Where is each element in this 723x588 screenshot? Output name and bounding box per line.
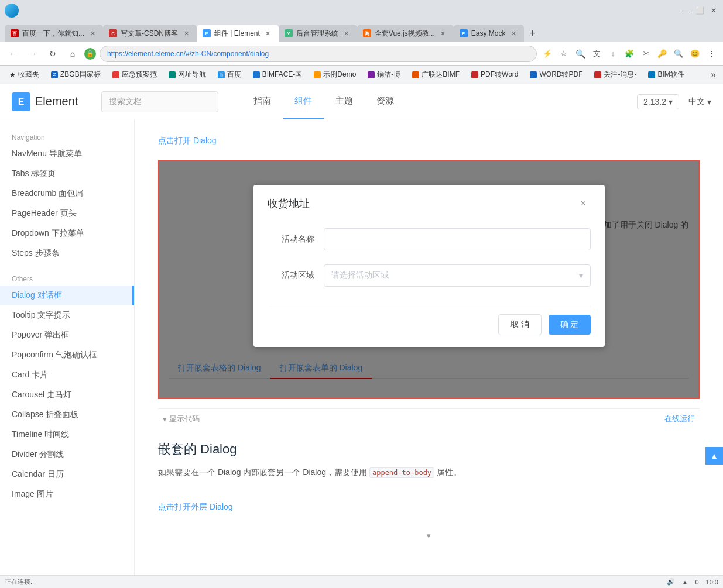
sidebar-item-divider[interactable]: Divider 分割线 xyxy=(0,445,134,465)
zoom-icon[interactable]: 🔍 xyxy=(671,47,686,61)
minimize-button[interactable]: — xyxy=(681,6,690,15)
bookmark-favorites[interactable]: ★ 收藏夹 xyxy=(5,68,44,81)
restore-button[interactable]: ⬜ xyxy=(695,6,704,15)
header-nav: 指南 组件 主题 资源 xyxy=(242,84,406,119)
bookmark-demo[interactable]: 示例Demo xyxy=(309,68,361,81)
tab-favicon-easymock: E xyxy=(460,29,468,37)
scroll-to-top-button[interactable]: ▲ xyxy=(705,447,723,465)
sidebar-item-breadcrumb[interactable]: Breadcrumb 面包屑 xyxy=(0,184,134,204)
open-outer-dialog-button[interactable]: 点击打开外层 Dialog xyxy=(158,497,233,517)
menu-icon[interactable]: ⋮ xyxy=(704,47,718,61)
star-icon[interactable]: ☆ xyxy=(557,47,571,61)
sidebar-item-tooltip[interactable]: Tooltip 文字提示 xyxy=(0,305,134,325)
emoji-icon[interactable]: 😊 xyxy=(688,47,702,61)
cancel-button[interactable]: 取 消 xyxy=(498,314,542,335)
close-button[interactable]: ✕ xyxy=(709,6,718,15)
bookmark-pdf[interactable]: PDF转Word xyxy=(467,68,523,81)
sidebar-item-popover[interactable]: Popover 弹出框 xyxy=(0,325,134,345)
show-code-arrow-bottom: ▾ xyxy=(427,531,431,540)
search-box[interactable]: 搜索文档 xyxy=(101,91,218,112)
sidebar: Navigation NavMenu 导航菜单 Tabs 标签页 Breadcr… xyxy=(0,119,135,575)
nav-theme[interactable]: 主题 xyxy=(324,84,365,119)
forward-button[interactable]: → xyxy=(25,46,41,62)
form-input-name[interactable] xyxy=(324,228,591,250)
open-dialog-section: 点击打开 Dialog xyxy=(158,131,700,151)
nav-resources[interactable]: 资源 xyxy=(365,84,406,119)
bookmark-jiejie[interactable]: 鋿洁-博 xyxy=(363,68,405,81)
bookmark-guanglianda[interactable]: 广联达BIMF xyxy=(407,68,464,81)
sidebar-item-popconfirm[interactable]: Popconfirm 气泡确认框 xyxy=(0,345,134,365)
sidebar-item-pageheader[interactable]: PageHeader 页头 xyxy=(0,204,134,223)
modal-close-button[interactable]: × xyxy=(577,197,591,211)
sidebar-item-image[interactable]: Image 图片 xyxy=(0,484,134,504)
tab-baidu[interactable]: 百 百度一下，你就知... ✕ xyxy=(5,25,103,42)
sidebar-item-tabs[interactable]: Tabs 标签页 xyxy=(0,164,134,184)
site-header: E Element 搜索文档 指南 组件 主题 资源 2.13.2 ▾ xyxy=(0,84,723,119)
puzzle-icon[interactable]: 🧩 xyxy=(622,47,636,61)
address-input[interactable] xyxy=(100,46,537,62)
back-button[interactable]: ← xyxy=(5,46,21,62)
translate-icon[interactable]: 文 xyxy=(590,47,604,61)
tab-close-csdn[interactable]: ✕ xyxy=(181,29,191,38)
bookmarks-more-button[interactable]: » xyxy=(708,68,718,81)
lang-arrow: ▾ xyxy=(707,97,711,106)
sidebar-item-collapse[interactable]: Collapse 折叠面板 xyxy=(0,405,134,425)
sidebar-item-navmenu[interactable]: NavMenu 导航菜单 xyxy=(0,144,134,164)
bookmark-wangzhi[interactable]: 网址导航 xyxy=(164,68,211,81)
download-icon[interactable]: ↓ xyxy=(606,47,620,61)
lightning-icon[interactable]: ⚡ xyxy=(540,47,554,61)
scissors-icon[interactable]: ✂ xyxy=(639,47,653,61)
sidebar-item-dialog[interactable]: Dialog 对话框 xyxy=(0,286,134,305)
confirm-button[interactable]: 确 定 xyxy=(549,315,591,335)
tab-close-baidu[interactable]: ✕ xyxy=(88,29,97,38)
tab-close-easymock[interactable]: ✕ xyxy=(509,29,518,38)
bookmark-word[interactable]: WORD转PDF xyxy=(525,68,587,81)
bookmarks-bar: ★ 收藏夹 Z ZBGB国家标 应急预案范 网址导航 百 百度 BIMFACE-… xyxy=(0,66,723,84)
sidebar-item-steps[interactable]: Steps 步骤条 xyxy=(0,243,134,263)
site-logo[interactable]: E Element xyxy=(12,92,78,111)
bookmark-label-jiejie: 鋿洁-博 xyxy=(377,70,400,80)
tab-element[interactable]: E 组件 | Element ✕ xyxy=(197,25,279,42)
nested-dialog-desc: 如果需要在一个 Dialog 内部嵌套另一个 Dialog，需要使用 appen… xyxy=(158,465,700,480)
tab-admin[interactable]: Y 后台管理系统 ✕ xyxy=(279,25,357,42)
bookmark-favicon-zbgb: Z xyxy=(51,71,58,78)
key-icon[interactable]: 🔑 xyxy=(655,47,669,61)
open-outer-dialog-section: 点击打开外层 Dialog xyxy=(158,497,700,517)
sidebar-item-carousel[interactable]: Carousel 走马灯 xyxy=(0,385,134,405)
reload-button[interactable]: ↻ xyxy=(44,46,61,62)
home-button[interactable]: ⌂ xyxy=(64,46,81,62)
nested-dialog-section: 嵌套的 Dialog 如果需要在一个 Dialog 内部嵌套另一个 Dialog… xyxy=(158,441,700,480)
bookmark-zbgb[interactable]: Z ZBGB国家标 xyxy=(46,68,105,81)
nav-components[interactable]: 组件 xyxy=(283,84,324,119)
bookmark-bim[interactable]: BIM软件 xyxy=(643,68,688,81)
search-icon[interactable]: 🔍 xyxy=(573,47,587,61)
tab-close-element[interactable]: ✕ xyxy=(263,29,273,38)
address-bar: ← → ↻ ⌂ 🔒 ⚡ ☆ 🔍 文 ↓ 🧩 ✂ 🔑 🔍 😊 ⋮ xyxy=(0,42,723,66)
open-dialog-button[interactable]: 点击打开 Dialog xyxy=(158,131,217,151)
show-code-bar-bottom[interactable]: ▾ xyxy=(158,527,700,545)
tab-csdn[interactable]: C 写文章-CSDN博客 ✕ xyxy=(103,25,197,42)
show-code-bar[interactable]: ▾ 显示代码 在线运行 xyxy=(158,408,700,429)
sidebar-item-calendar[interactable]: Calendar 日历 xyxy=(0,465,134,484)
new-tab-button[interactable]: + xyxy=(524,25,540,42)
version-selector[interactable]: 2.13.2 ▾ xyxy=(637,94,679,109)
tab-close-vuejs[interactable]: ✕ xyxy=(438,29,448,38)
sidebar-item-timeline[interactable]: Timeline 时间线 xyxy=(0,425,134,445)
lang-selector[interactable]: 中文 ▾ xyxy=(688,97,711,107)
run-online-link[interactable]: 在线运行 xyxy=(664,414,695,424)
bookmark-favicon-yingji xyxy=(112,71,119,78)
search-placeholder: 搜索文档 xyxy=(109,97,142,107)
modal-title: 收货地址 xyxy=(268,197,310,211)
tab-close-admin[interactable]: ✕ xyxy=(342,29,351,38)
version-arrow: ▾ xyxy=(669,97,673,106)
form-select-region[interactable]: 请选择活动区域 ▾ xyxy=(324,264,591,287)
nav-guide[interactable]: 指南 xyxy=(242,84,283,119)
bookmark-yingji[interactable]: 应急预案范 xyxy=(108,68,162,81)
bookmark-bimface[interactable]: BIMFACE-国 xyxy=(248,68,307,81)
tab-easymock[interactable]: E Easy Mock ✕ xyxy=(454,25,525,42)
sidebar-item-dropdown[interactable]: Dropdown 下拉菜单 xyxy=(0,223,134,243)
bookmark-guanzhu[interactable]: 关注-消息- xyxy=(590,68,641,81)
sidebar-item-card[interactable]: Card 卡片 xyxy=(0,365,134,385)
bookmark-baidu[interactable]: 百 百度 xyxy=(213,68,246,81)
tab-vuejs[interactable]: 淘 全套Vue.js视频教... ✕ xyxy=(357,25,454,42)
